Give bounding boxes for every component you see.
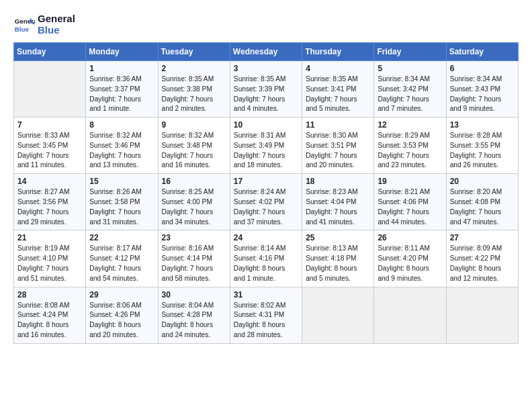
- calendar-cell: 19Sunrise: 8:21 AM Sunset: 4:06 PM Dayli…: [374, 174, 446, 230]
- calendar-week-5: 28Sunrise: 8:08 AM Sunset: 4:24 PM Dayli…: [14, 287, 519, 343]
- calendar-cell: 3Sunrise: 8:35 AM Sunset: 3:39 PM Daylig…: [230, 61, 302, 118]
- day-number: 12: [378, 120, 442, 130]
- calendar-header: SundayMondayTuesdayWednesdayThursdayFrid…: [14, 43, 519, 61]
- calendar-cell: 26Sunrise: 8:11 AM Sunset: 4:20 PM Dayli…: [374, 230, 446, 287]
- day-number: 26: [378, 233, 442, 242]
- day-of-week-tuesday: Tuesday: [158, 43, 230, 61]
- day-number: 14: [17, 177, 82, 186]
- calendar-table: SundayMondayTuesdayWednesdayThursdayFrid…: [13, 42, 519, 344]
- calendar-cell: 5Sunrise: 8:34 AM Sunset: 3:42 PM Daylig…: [374, 61, 446, 118]
- day-number: 17: [234, 177, 298, 186]
- day-number: 9: [162, 120, 226, 130]
- day-number: 16: [162, 177, 226, 186]
- day-number: 29: [89, 290, 154, 300]
- day-info: Sunrise: 8:20 AM Sunset: 4:08 PM Dayligh…: [450, 187, 515, 227]
- calendar-cell: 24Sunrise: 8:14 AM Sunset: 4:16 PM Dayli…: [230, 230, 302, 287]
- day-info: Sunrise: 8:19 AM Sunset: 4:10 PM Dayligh…: [17, 244, 82, 283]
- calendar-cell: 13Sunrise: 8:28 AM Sunset: 3:55 PM Dayli…: [446, 118, 518, 174]
- calendar-cell: 18Sunrise: 8:23 AM Sunset: 4:04 PM Dayli…: [302, 174, 374, 230]
- day-number: 21: [17, 233, 82, 242]
- day-info: Sunrise: 8:09 AM Sunset: 4:22 PM Dayligh…: [450, 244, 515, 283]
- day-info: Sunrise: 8:32 AM Sunset: 3:48 PM Dayligh…: [162, 131, 226, 171]
- day-info: Sunrise: 8:32 AM Sunset: 3:46 PM Dayligh…: [89, 131, 154, 171]
- calendar-cell: 31Sunrise: 8:02 AM Sunset: 4:31 PM Dayli…: [230, 287, 302, 343]
- calendar-cell: 7Sunrise: 8:33 AM Sunset: 3:45 PM Daylig…: [14, 118, 86, 174]
- day-number: 15: [89, 177, 154, 186]
- day-number: 2: [162, 64, 226, 73]
- day-info: Sunrise: 8:16 AM Sunset: 4:14 PM Dayligh…: [162, 244, 226, 283]
- day-info: Sunrise: 8:02 AM Sunset: 4:31 PM Dayligh…: [234, 301, 298, 340]
- logo-text-general: General: [38, 13, 75, 25]
- days-of-week-row: SundayMondayTuesdayWednesdayThursdayFrid…: [14, 43, 519, 61]
- day-number: 20: [450, 177, 515, 186]
- day-of-week-thursday: Thursday: [302, 43, 374, 61]
- day-info: Sunrise: 8:34 AM Sunset: 3:43 PM Dayligh…: [450, 75, 515, 114]
- calendar-week-1: 1Sunrise: 8:36 AM Sunset: 3:37 PM Daylig…: [14, 61, 519, 118]
- day-of-week-saturday: Saturday: [446, 43, 518, 61]
- calendar-cell: 22Sunrise: 8:17 AM Sunset: 4:12 PM Dayli…: [86, 230, 158, 287]
- day-info: Sunrise: 8:30 AM Sunset: 3:51 PM Dayligh…: [306, 131, 370, 171]
- calendar-cell: 29Sunrise: 8:06 AM Sunset: 4:26 PM Dayli…: [86, 287, 158, 343]
- calendar-cell: 12Sunrise: 8:29 AM Sunset: 3:53 PM Dayli…: [374, 118, 446, 174]
- calendar-cell: [14, 61, 86, 118]
- day-info: Sunrise: 8:34 AM Sunset: 3:42 PM Dayligh…: [378, 75, 442, 114]
- calendar-cell: 27Sunrise: 8:09 AM Sunset: 4:22 PM Dayli…: [446, 230, 518, 287]
- day-of-week-wednesday: Wednesday: [230, 43, 302, 61]
- day-number: 25: [306, 233, 370, 242]
- page: General Blue General Blue SundayMondayTu…: [0, 0, 532, 411]
- day-info: Sunrise: 8:25 AM Sunset: 4:00 PM Dayligh…: [162, 187, 226, 227]
- day-number: 4: [306, 64, 370, 73]
- svg-text:Blue: Blue: [15, 25, 30, 32]
- calendar-cell: 17Sunrise: 8:24 AM Sunset: 4:02 PM Dayli…: [230, 174, 302, 230]
- day-info: Sunrise: 8:11 AM Sunset: 4:20 PM Dayligh…: [378, 244, 442, 283]
- calendar-week-4: 21Sunrise: 8:19 AM Sunset: 4:10 PM Dayli…: [14, 230, 519, 287]
- day-info: Sunrise: 8:28 AM Sunset: 3:55 PM Dayligh…: [450, 131, 515, 171]
- day-info: Sunrise: 8:29 AM Sunset: 3:53 PM Dayligh…: [378, 131, 442, 171]
- calendar-cell: 15Sunrise: 8:26 AM Sunset: 3:58 PM Dayli…: [86, 174, 158, 230]
- day-number: 11: [306, 120, 370, 130]
- calendar-body: 1Sunrise: 8:36 AM Sunset: 3:37 PM Daylig…: [14, 61, 519, 344]
- calendar-cell: 8Sunrise: 8:32 AM Sunset: 3:46 PM Daylig…: [86, 118, 158, 174]
- day-info: Sunrise: 8:26 AM Sunset: 3:58 PM Dayligh…: [89, 187, 154, 227]
- day-number: 13: [450, 120, 515, 130]
- day-info: Sunrise: 8:36 AM Sunset: 3:37 PM Dayligh…: [89, 75, 154, 114]
- logo-icon: General Blue: [13, 14, 35, 36]
- day-number: 28: [17, 290, 82, 300]
- day-number: 5: [378, 64, 442, 73]
- day-number: 22: [89, 233, 154, 242]
- day-number: 1: [89, 64, 154, 73]
- header: General Blue General Blue: [13, 13, 519, 36]
- day-of-week-friday: Friday: [374, 43, 446, 61]
- day-number: 10: [234, 120, 298, 130]
- day-number: 6: [450, 64, 515, 73]
- calendar-cell: [446, 287, 518, 343]
- calendar-cell: 1Sunrise: 8:36 AM Sunset: 3:37 PM Daylig…: [86, 61, 158, 118]
- day-info: Sunrise: 8:35 AM Sunset: 3:38 PM Dayligh…: [162, 75, 226, 114]
- day-number: 23: [162, 233, 226, 242]
- day-number: 27: [450, 233, 515, 242]
- day-info: Sunrise: 8:13 AM Sunset: 4:18 PM Dayligh…: [306, 244, 370, 283]
- calendar-cell: 4Sunrise: 8:35 AM Sunset: 3:41 PM Daylig…: [302, 61, 374, 118]
- day-number: 8: [89, 120, 154, 130]
- calendar-cell: 30Sunrise: 8:04 AM Sunset: 4:28 PM Dayli…: [158, 287, 230, 343]
- day-info: Sunrise: 8:33 AM Sunset: 3:45 PM Dayligh…: [17, 131, 82, 171]
- calendar-cell: [374, 287, 446, 343]
- day-info: Sunrise: 8:08 AM Sunset: 4:24 PM Dayligh…: [17, 301, 82, 340]
- day-number: 7: [17, 120, 82, 130]
- calendar-cell: 14Sunrise: 8:27 AM Sunset: 3:56 PM Dayli…: [14, 174, 86, 230]
- day-info: Sunrise: 8:14 AM Sunset: 4:16 PM Dayligh…: [234, 244, 298, 283]
- day-number: 24: [234, 233, 298, 242]
- logo-text-blue: Blue: [38, 25, 75, 36]
- calendar-cell: 25Sunrise: 8:13 AM Sunset: 4:18 PM Dayli…: [302, 230, 374, 287]
- calendar-cell: 16Sunrise: 8:25 AM Sunset: 4:00 PM Dayli…: [158, 174, 230, 230]
- logo: General Blue General Blue: [13, 13, 75, 36]
- calendar-cell: 20Sunrise: 8:20 AM Sunset: 4:08 PM Dayli…: [446, 174, 518, 230]
- day-info: Sunrise: 8:04 AM Sunset: 4:28 PM Dayligh…: [162, 301, 226, 340]
- calendar-cell: [302, 287, 374, 343]
- day-info: Sunrise: 8:35 AM Sunset: 3:41 PM Dayligh…: [306, 75, 370, 114]
- day-info: Sunrise: 8:24 AM Sunset: 4:02 PM Dayligh…: [234, 187, 298, 227]
- day-info: Sunrise: 8:27 AM Sunset: 3:56 PM Dayligh…: [17, 187, 82, 227]
- calendar-cell: 11Sunrise: 8:30 AM Sunset: 3:51 PM Dayli…: [302, 118, 374, 174]
- calendar-cell: 10Sunrise: 8:31 AM Sunset: 3:49 PM Dayli…: [230, 118, 302, 174]
- day-of-week-sunday: Sunday: [14, 43, 86, 61]
